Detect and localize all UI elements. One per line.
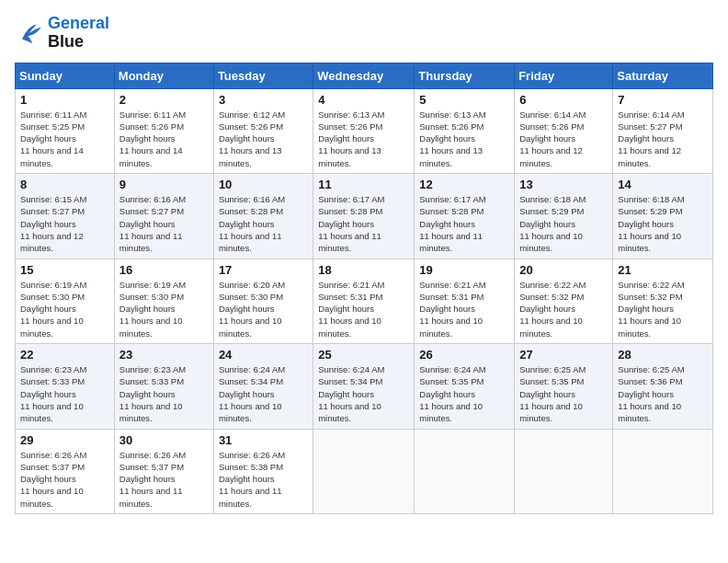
day-number: 26 [419,348,509,362]
calendar-cell: 11 Sunrise: 6:17 AM Sunset: 5:28 PM Dayl… [313,174,415,259]
calendar-cell [313,429,415,513]
day-number: 14 [618,178,708,191]
calendar-cell: 26 Sunrise: 6:24 AM Sunset: 5:35 PM Dayl… [415,344,515,429]
weekday-header-saturday: Saturday [613,63,713,88]
day-info: Sunrise: 6:12 AM Sunset: 5:26 PM Dayligh… [219,109,308,169]
calendar-cell: 14 Sunrise: 6:18 AM Sunset: 5:29 PM Dayl… [613,174,713,259]
day-number: 9 [119,178,209,191]
calendar-cell: 2 Sunrise: 6:11 AM Sunset: 5:26 PM Dayli… [114,88,213,173]
day-number: 20 [519,263,608,277]
day-number: 6 [519,93,608,107]
day-info: Sunrise: 6:24 AM Sunset: 5:34 PM Dayligh… [219,363,308,424]
day-number: 30 [119,433,209,447]
day-info: Sunrise: 6:11 AM Sunset: 5:26 PM Dayligh… [119,109,209,169]
day-info: Sunrise: 6:21 AM Sunset: 5:31 PM Dayligh… [318,279,409,339]
calendar-cell: 18 Sunrise: 6:21 AM Sunset: 5:31 PM Dayl… [313,259,415,343]
day-info: Sunrise: 6:20 AM Sunset: 5:30 PM Dayligh… [219,279,308,339]
calendar-cell: 8 Sunrise: 6:15 AM Sunset: 5:27 PM Dayli… [16,174,115,259]
logo-text: GeneralBlue [48,15,109,52]
day-info: Sunrise: 6:17 AM Sunset: 5:28 PM Dayligh… [318,193,409,254]
weekday-header-tuesday: Tuesday [213,63,313,88]
day-number: 4 [318,93,409,107]
day-number: 23 [119,348,209,362]
calendar-cell: 28 Sunrise: 6:25 AM Sunset: 5:36 PM Dayl… [613,344,713,429]
day-number: 29 [20,433,109,447]
weekday-header-monday: Monday [114,63,213,88]
day-info: Sunrise: 6:22 AM Sunset: 5:32 PM Dayligh… [618,279,708,339]
calendar-cell: 4 Sunrise: 6:13 AM Sunset: 5:26 PM Dayli… [313,88,415,173]
weekday-header-friday: Friday [515,63,613,88]
calendar-cell: 10 Sunrise: 6:16 AM Sunset: 5:28 PM Dayl… [213,174,313,259]
calendar-cell: 3 Sunrise: 6:12 AM Sunset: 5:26 PM Dayli… [213,88,313,173]
logo-bird-icon [15,18,44,48]
day-info: Sunrise: 6:14 AM Sunset: 5:27 PM Dayligh… [618,109,708,169]
day-info: Sunrise: 6:26 AM Sunset: 5:37 PM Dayligh… [119,449,209,510]
calendar-week-5: 29 Sunrise: 6:26 AM Sunset: 5:37 PM Dayl… [16,429,713,513]
weekday-header-thursday: Thursday [415,63,515,88]
day-info: Sunrise: 6:23 AM Sunset: 5:33 PM Dayligh… [119,363,209,424]
calendar-week-1: 1 Sunrise: 6:11 AM Sunset: 5:25 PM Dayli… [16,88,713,173]
calendar-cell: 15 Sunrise: 6:19 AM Sunset: 5:30 PM Dayl… [16,259,115,343]
calendar-week-3: 15 Sunrise: 6:19 AM Sunset: 5:30 PM Dayl… [16,259,713,343]
day-info: Sunrise: 6:14 AM Sunset: 5:26 PM Dayligh… [519,109,608,169]
day-info: Sunrise: 6:13 AM Sunset: 5:26 PM Dayligh… [419,109,509,169]
calendar-cell: 19 Sunrise: 6:21 AM Sunset: 5:31 PM Dayl… [415,259,515,343]
day-number: 5 [419,93,509,107]
calendar-cell: 16 Sunrise: 6:19 AM Sunset: 5:30 PM Dayl… [114,259,213,343]
calendar-week-4: 22 Sunrise: 6:23 AM Sunset: 5:33 PM Dayl… [16,344,713,429]
page-header: GeneralBlue [15,15,713,52]
calendar-cell: 1 Sunrise: 6:11 AM Sunset: 5:25 PM Dayli… [16,88,115,173]
calendar-cell: 6 Sunrise: 6:14 AM Sunset: 5:26 PM Dayli… [515,88,613,173]
calendar-cell: 17 Sunrise: 6:20 AM Sunset: 5:30 PM Dayl… [213,259,313,343]
day-number: 13 [519,178,608,191]
day-number: 15 [20,263,109,277]
day-number: 28 [618,348,708,362]
day-info: Sunrise: 6:25 AM Sunset: 5:35 PM Dayligh… [519,363,608,424]
calendar-cell: 20 Sunrise: 6:22 AM Sunset: 5:32 PM Dayl… [515,259,613,343]
calendar-cell: 31 Sunrise: 6:26 AM Sunset: 5:38 PM Dayl… [213,429,313,513]
day-info: Sunrise: 6:18 AM Sunset: 5:29 PM Dayligh… [519,193,608,254]
day-info: Sunrise: 6:17 AM Sunset: 5:28 PM Dayligh… [419,193,509,254]
day-info: Sunrise: 6:23 AM Sunset: 5:33 PM Dayligh… [20,363,109,424]
day-info: Sunrise: 6:24 AM Sunset: 5:35 PM Dayligh… [419,363,509,424]
calendar-table: SundayMondayTuesdayWednesdayThursdayFrid… [15,63,713,514]
day-info: Sunrise: 6:26 AM Sunset: 5:37 PM Dayligh… [20,449,109,510]
day-number: 3 [219,93,308,107]
weekday-header-sunday: Sunday [16,63,115,88]
day-info: Sunrise: 6:13 AM Sunset: 5:26 PM Dayligh… [318,109,409,169]
day-number: 17 [219,263,308,277]
calendar-cell: 9 Sunrise: 6:16 AM Sunset: 5:27 PM Dayli… [114,174,213,259]
day-number: 18 [318,263,409,277]
weekday-header-row: SundayMondayTuesdayWednesdayThursdayFrid… [16,63,713,88]
weekday-header-wednesday: Wednesday [313,63,415,88]
day-number: 8 [20,178,109,191]
day-info: Sunrise: 6:11 AM Sunset: 5:25 PM Dayligh… [20,109,109,169]
day-number: 1 [20,93,109,107]
calendar-cell: 24 Sunrise: 6:24 AM Sunset: 5:34 PM Dayl… [213,344,313,429]
calendar-cell: 5 Sunrise: 6:13 AM Sunset: 5:26 PM Dayli… [415,88,515,173]
day-number: 2 [119,93,209,107]
calendar-cell: 29 Sunrise: 6:26 AM Sunset: 5:37 PM Dayl… [16,429,115,513]
day-number: 10 [219,178,308,191]
calendar-cell [515,429,613,513]
day-number: 25 [318,348,409,362]
day-info: Sunrise: 6:25 AM Sunset: 5:36 PM Dayligh… [618,363,708,424]
day-number: 12 [419,178,509,191]
day-info: Sunrise: 6:22 AM Sunset: 5:32 PM Dayligh… [519,279,608,339]
day-number: 31 [219,433,308,447]
day-number: 16 [119,263,209,277]
calendar-cell: 12 Sunrise: 6:17 AM Sunset: 5:28 PM Dayl… [415,174,515,259]
calendar-cell [613,429,713,513]
day-number: 21 [618,263,708,277]
day-info: Sunrise: 6:16 AM Sunset: 5:28 PM Dayligh… [219,193,308,254]
calendar-cell: 13 Sunrise: 6:18 AM Sunset: 5:29 PM Dayl… [515,174,613,259]
calendar-week-2: 8 Sunrise: 6:15 AM Sunset: 5:27 PM Dayli… [16,174,713,259]
day-info: Sunrise: 6:19 AM Sunset: 5:30 PM Dayligh… [20,279,109,339]
calendar-cell: 25 Sunrise: 6:24 AM Sunset: 5:34 PM Dayl… [313,344,415,429]
day-number: 27 [519,348,608,362]
day-number: 24 [219,348,308,362]
day-info: Sunrise: 6:15 AM Sunset: 5:27 PM Dayligh… [20,193,109,254]
logo: GeneralBlue [15,15,109,52]
calendar-cell: 23 Sunrise: 6:23 AM Sunset: 5:33 PM Dayl… [114,344,213,429]
day-number: 11 [318,178,409,191]
